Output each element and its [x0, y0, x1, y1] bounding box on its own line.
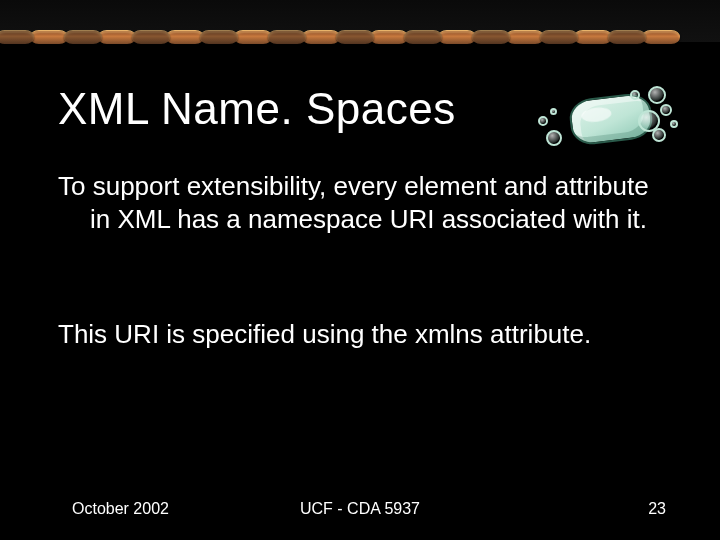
slide-title: XML Name. Spaces: [58, 84, 456, 134]
paragraph-1: To support extensibility, every element …: [58, 170, 660, 237]
footer: October 2002 UCF - CDA 5937 23: [0, 500, 720, 522]
paragraph-2-text: This URI is specified using the xmlns at…: [58, 318, 660, 351]
top-border-decoration: [0, 30, 720, 46]
footer-page-number: 23: [648, 500, 666, 518]
soap-icon: [552, 82, 672, 160]
paragraph-1-text: To support extensibility, every element …: [58, 170, 660, 237]
paragraph-2: This URI is specified using the xmlns at…: [58, 318, 660, 351]
footer-course: UCF - CDA 5937: [0, 500, 720, 518]
